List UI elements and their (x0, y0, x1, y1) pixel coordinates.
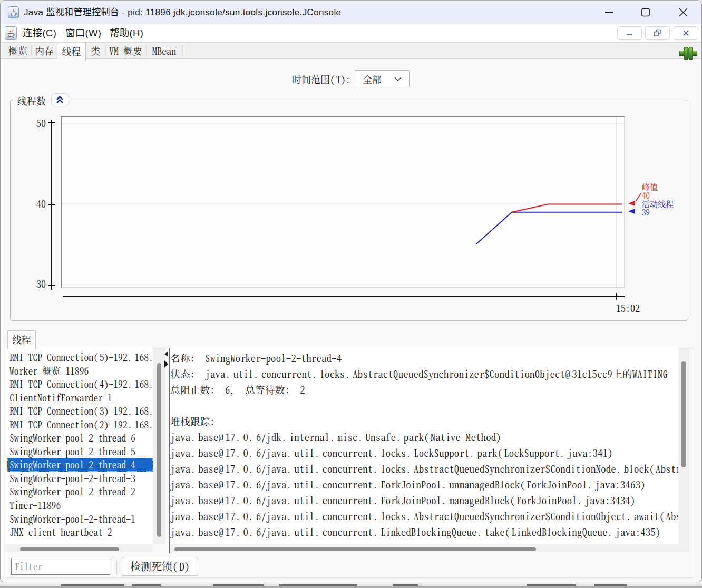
time-range-value: 全部 (363, 72, 382, 86)
threads-pane-tab[interactable]: 线程 (7, 330, 36, 349)
thread-detail-line (170, 397, 678, 413)
thread-list-item[interactable]: JMX client heartbeat 2 (7, 525, 153, 539)
x-axis-time-label: 15:02 (616, 301, 640, 315)
tab-vm-summary[interactable]: VM 概要 (105, 43, 146, 58)
frame-restore-button[interactable] (645, 26, 670, 40)
background-text-fragment (61, 584, 124, 586)
frame-close-icon (674, 27, 698, 39)
maximize-icon (633, 1, 658, 24)
thread-detail-line: java.base@17.0.6/jdk.internal.misc.Unsaf… (170, 429, 678, 445)
split-collapse-right-icon[interactable] (164, 360, 168, 368)
menu-connection[interactable]: 连接(C) (23, 24, 56, 42)
frame-minimize-button[interactable] (617, 26, 642, 40)
window-minimize-button[interactable] (597, 1, 621, 24)
thread-list-item[interactable]: Worker-概览-11896 (7, 364, 153, 378)
thread-list-item[interactable]: SwingWorker-pool-2-thread-3 (7, 472, 153, 485)
filter-placeholder: Filter (15, 560, 42, 573)
thread-list-vscroll-thumb[interactable] (157, 363, 161, 537)
active-marker-icon (628, 209, 635, 214)
thread-list-item[interactable]: RMI TCP Connection(4)-192.168. (7, 377, 153, 391)
details-vertical-scrollbar[interactable] (678, 348, 689, 544)
thread-list-hscroll-thumb[interactable] (20, 547, 119, 551)
connection-status-icon (679, 47, 697, 60)
y-tick-label: 50 (30, 117, 46, 128)
chart-group-title: 线程数 (15, 94, 48, 107)
thread-detail-line: java.base@17.0.6/java.util.concurrent.lo… (170, 445, 678, 460)
tab-mbeans[interactable]: MBean (146, 43, 182, 58)
window-title: Java 监视和管理控制台 - pid: 11896 jdk.jconsole/… (24, 1, 341, 24)
menu-window[interactable]: 窗口(W) (65, 24, 101, 42)
thread-detail-line: java.base@17.0.6/java.util.concurrent.lo… (170, 460, 678, 476)
tab-memory[interactable]: 内存 (31, 43, 57, 58)
details-hscroll-thumb[interactable] (174, 547, 536, 551)
thread-detail-line: 状态： java.util.concurrent.locks.AbstractQ… (170, 366, 678, 381)
chevron-down-icon (394, 77, 402, 81)
thread-detail-line: java.base@17.0.6/java.util.concurrent.Fo… (170, 476, 678, 492)
thread-detail-line: 名称： SwingWorker-pool-2-thread-4 (170, 350, 678, 366)
jconsole-window: Java 监视和管理控制台 - pid: 11896 jdk.jconsole/… (0, 0, 702, 582)
background-text-fragment (527, 584, 576, 586)
tab-overview[interactable]: 概览 (5, 43, 31, 58)
thread-list-item[interactable]: SwingWorker-pool-2-thread-2 (7, 485, 153, 498)
y-tick-label: 40 (30, 198, 46, 209)
thread-list-item[interactable]: RMI TCP Connection(2)-192.168. (7, 418, 153, 432)
thread-detail-line: java.base@17.0.6/java.util.concurrent.lo… (170, 508, 678, 524)
window-close-button[interactable] (671, 1, 695, 24)
tab-separator (182, 45, 183, 56)
thread-detail-line: java.base@17.0.6/java.util.concurrent.Li… (170, 524, 678, 540)
main-tabbar: 概览内存线程类VM 概要MBean (1, 43, 701, 59)
thread-list-vertical-scrollbar[interactable] (153, 348, 165, 544)
chart-expand-button[interactable] (51, 93, 69, 106)
thread-list-item[interactable]: RMI TCP Connection(5)-192.168. (7, 350, 153, 364)
chart-plot-area (61, 116, 625, 288)
chart-legend: 峰值40活动线程39 (642, 183, 674, 217)
thread-list-item[interactable]: Timer-11896 (7, 498, 153, 512)
peak-marker-icon (628, 201, 635, 206)
thread-detail-line: 堆栈跟踪： (170, 413, 678, 429)
legend-value: 39 (642, 208, 674, 217)
background-text-fragment (132, 584, 161, 586)
background-text-fragment (594, 584, 627, 586)
peak-callout-line (635, 192, 642, 202)
thread-list-item[interactable]: SwingWorker-pool-2-thread-4 (7, 458, 153, 472)
close-icon (671, 1, 695, 24)
thread-list-horizontal-scrollbar[interactable] (7, 544, 152, 552)
background-window-strip (0, 582, 702, 588)
minimize-icon (597, 1, 621, 24)
background-text-fragment (213, 584, 264, 586)
y-tick-label: 30 (30, 278, 46, 289)
thread-detail-line: 总阻止数： 6， 总等待数： 2 (170, 381, 678, 397)
thread-list-item[interactable]: SwingWorker-pool-2-thread-5 (7, 445, 153, 458)
thread-list[interactable]: RMI TCP Connection(5)-192.168.Worker-概览-… (7, 348, 153, 544)
thread-list-item[interactable]: RMI TCP Connection(3)-192.168. (7, 404, 153, 418)
double-chevron-up-icon (52, 94, 68, 105)
thread-detail-line: java.base@17.0.6/java.util.concurrent.Fo… (170, 492, 678, 508)
titlebar: Java 监视和管理控制台 - pid: 11896 jdk.jconsole/… (1, 1, 701, 24)
time-range-combobox[interactable]: 全部 (355, 70, 409, 87)
thread-list-item[interactable]: ClientNotifForwarder-1 (7, 391, 153, 405)
thread-list-item[interactable]: SwingWorker-pool-2-thread-1 (7, 512, 153, 526)
thread-count-chart (62, 117, 624, 287)
frame-restore-icon (646, 27, 669, 39)
filter-separator (116, 560, 117, 575)
split-collapse-left-icon[interactable] (164, 351, 168, 357)
menubar: 连接(C)窗口(W)帮助(H) (1, 24, 701, 43)
thread-details: 名称： SwingWorker-pool-2-thread-4状态： java.… (170, 348, 678, 544)
frame-minimize-icon (618, 27, 641, 39)
window-maximize-button[interactable] (633, 1, 658, 24)
background-text-fragment (393, 584, 418, 586)
thread-list-item[interactable]: SwingWorker-pool-2-thread-6 (7, 431, 153, 445)
frame-close-button[interactable] (674, 26, 698, 40)
tab-threads[interactable]: 线程 (57, 43, 86, 61)
detect-deadlock-button[interactable]: 检测死锁(D) (122, 557, 198, 576)
thread-count-chart-group: 线程数 504030 15:02 (10, 100, 688, 321)
background-text-fragment (279, 584, 357, 586)
filter-input[interactable]: Filter (11, 558, 110, 575)
details-horizontal-scrollbar[interactable] (170, 544, 689, 552)
java-menu-icon[interactable] (5, 26, 17, 40)
x-axis-tick (616, 293, 617, 300)
time-range-label: 时间范围(T): (292, 72, 350, 86)
tab-classes[interactable]: 类 (86, 43, 105, 58)
details-vscroll-thumb[interactable] (681, 361, 686, 467)
menu-help[interactable]: 帮助(H) (110, 24, 143, 42)
